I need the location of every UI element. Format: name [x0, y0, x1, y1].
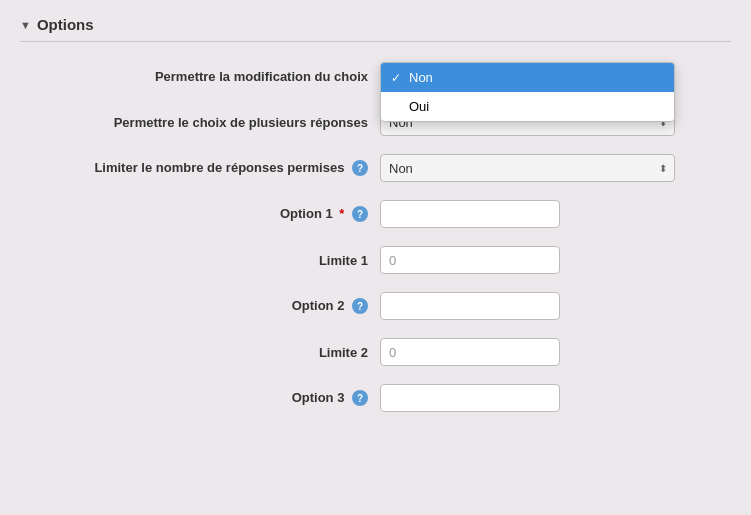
input-option2[interactable] — [380, 292, 560, 320]
control-option3 — [380, 384, 731, 412]
dropdown-menu: ✓ Non Oui — [380, 62, 675, 122]
control-limite1 — [380, 246, 731, 274]
label-option3: Option 3 ? — [20, 390, 380, 407]
required-star: * — [339, 206, 344, 221]
section-chevron[interactable]: ▼ — [20, 19, 31, 31]
row-option1: Option 1 * ? — [20, 200, 731, 228]
control-limite2 — [380, 338, 731, 366]
label-modification-choix: Permettre la modification du choix — [20, 69, 380, 84]
select-limiter-reponses[interactable]: Non Oui — [380, 154, 675, 182]
dropdown-item-non[interactable]: ✓ Non — [381, 63, 674, 92]
help-icon-option1[interactable]: ? — [352, 206, 368, 222]
row-limite1: Limite 1 — [20, 246, 731, 274]
dropdown-item-oui[interactable]: Oui — [381, 92, 674, 121]
control-limiter-reponses: Non Oui ⬍ — [380, 154, 731, 182]
help-icon-option3[interactable]: ? — [352, 390, 368, 406]
row-limite2: Limite 2 — [20, 338, 731, 366]
select-wrapper-limiter: Non Oui ⬍ — [380, 154, 675, 182]
input-option1[interactable] — [380, 200, 560, 228]
label-choix-plusieurs: Permettre le choix de plusieurs réponses — [20, 115, 380, 130]
input-limite2[interactable] — [380, 338, 560, 366]
label-option2: Option 2 ? — [20, 298, 380, 315]
dropdown-item-label-non: Non — [409, 70, 433, 85]
section-header: ▼ Options — [20, 16, 731, 42]
row-option2: Option 2 ? — [20, 292, 731, 320]
help-icon-limiter[interactable]: ? — [352, 160, 368, 176]
label-limite2: Limite 2 — [20, 345, 380, 360]
row-modification-choix: Permettre la modification du choix ✓ Non… — [20, 62, 731, 90]
control-option1 — [380, 200, 731, 228]
label-limiter-reponses: Limiter le nombre de réponses permises ? — [20, 160, 380, 177]
check-icon: ✓ — [391, 71, 403, 85]
row-limiter-reponses: Limiter le nombre de réponses permises ?… — [20, 154, 731, 182]
dropdown-modification-choix[interactable]: ✓ Non Oui Non ⬍ — [380, 62, 675, 90]
input-option3[interactable] — [380, 384, 560, 412]
section-title: Options — [37, 16, 94, 33]
options-panel: ▼ Options Permettre la modification du c… — [0, 0, 751, 515]
input-limite1[interactable] — [380, 246, 560, 274]
control-modification-choix: ✓ Non Oui Non ⬍ — [380, 62, 731, 90]
dropdown-item-label-oui: Oui — [409, 99, 429, 114]
row-option3: Option 3 ? — [20, 384, 731, 412]
label-option1: Option 1 * ? — [20, 206, 380, 223]
label-limite1: Limite 1 — [20, 253, 380, 268]
help-icon-option2[interactable]: ? — [352, 298, 368, 314]
control-option2 — [380, 292, 731, 320]
